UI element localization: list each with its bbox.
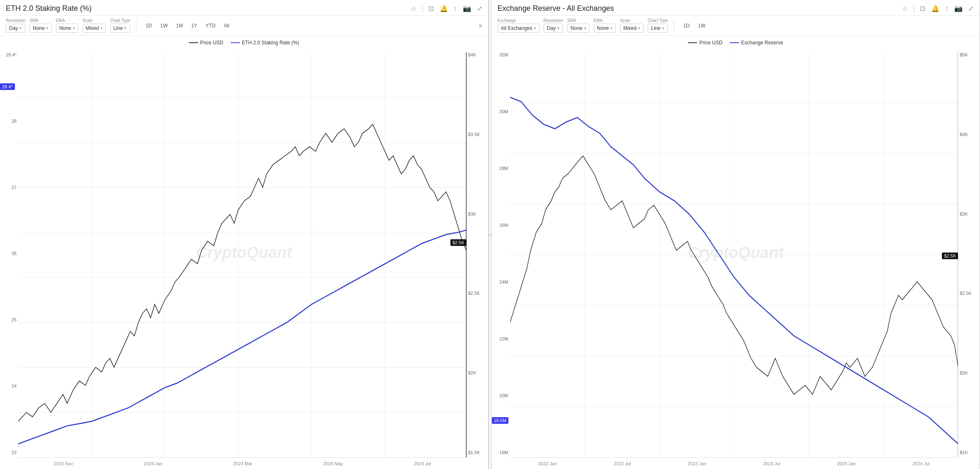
scale-label: Scale [620,18,644,23]
legend-item-price: Price USD [189,40,223,46]
y-label: $3K [468,211,486,216]
panel-separator: → [489,0,492,469]
exchange-group: Exchange All Exchanges ▾ [498,18,540,33]
ema-dropdown[interactable]: None ▾ [56,24,78,33]
y-label: 24M [494,279,508,284]
upload-icon[interactable]: ↑ [454,5,457,12]
x-label: 2024 Jul [414,461,431,466]
star-icon[interactable]: ☆ [411,5,416,12]
bell-icon[interactable]: 🔔 [440,5,448,12]
ema-group: EMA None ▾ [56,18,78,33]
y-label: $5K [960,52,977,57]
chevron-down-icon: ▾ [557,26,559,30]
chart-type-dropdown[interactable]: Line ▾ [110,24,131,33]
legend-line-blue [231,42,240,43]
y-label: 25 [2,317,17,322]
expand-icon[interactable]: ⤢ [968,5,974,12]
left-chart-title: ETH 2.0 Staking Rate (%) [6,4,406,13]
sma-label: SMA [567,18,590,23]
right-price-badge: $2.5K [942,253,958,259]
x-label: 2024 Jan [144,461,162,466]
chart-type-group: Chart Type Line ▾ [648,18,668,33]
toolbar-separator [674,20,674,32]
y-label: $1.5K [468,450,486,455]
resolution-group: Resolution Day ▾ [6,18,25,33]
legend-line-black [688,42,697,43]
legend-item-reserve: Exchange Reserve [730,40,783,46]
x-label: 2023 Jan [687,461,706,466]
time-btn-1w[interactable]: 1W [157,22,171,30]
exchange-dropdown[interactable]: All Exchanges ▾ [498,24,540,33]
left-chart-svg [18,52,467,457]
legend-label-price: Price USD [699,40,723,46]
x-label: 2023 Nov [53,461,73,466]
right-toolbar: Exchange All Exchanges ▾ Resolution Day … [492,16,980,36]
left-toolbar: Resolution Day ▾ SMA None ▾ EMA None ▾ S… [0,16,488,36]
bell-icon[interactable]: 🔔 [931,5,939,12]
chart-type-label: Chart Type [648,18,668,23]
ema-group: EMA None ▾ [594,18,616,33]
expand-icon[interactable]: ⤢ [477,5,482,12]
sma-group: SMA None ▾ [29,18,52,33]
sma-group: SMA None ▾ [567,18,590,33]
time-btn-1d[interactable]: 1D [680,22,693,30]
toolbar-expand-icon[interactable]: ≡ [479,22,482,29]
x-label: 2024 May [323,461,343,466]
chart-type-label: Chart Type [110,18,131,23]
scale-dropdown[interactable]: Mixed ▾ [620,24,644,33]
y-label: 22M [494,336,508,341]
y-label: $4K [960,132,977,137]
legend-item-price: Price USD [688,40,723,46]
exchange-label: Exchange [498,18,540,23]
left-time-buttons: 1D 1W 1M 1Y YTD All [142,22,232,30]
right-panel-header: Exchange Reserve - All Exchanges ☆ ⊡ 🔔 ↑… [492,0,980,16]
right-current-label: 18.5M [492,417,509,424]
time-btn-1d[interactable]: 1D [142,22,155,30]
time-btn-1w[interactable]: 1W [694,22,709,30]
folder-icon[interactable]: ⊡ [920,5,925,12]
right-chart-panel: Exchange Reserve - All Exchanges ☆ ⊡ 🔔 ↑… [492,0,980,469]
time-btn-all[interactable]: All [220,22,232,30]
x-label: 2023 Jul [763,461,780,466]
scale-group: Scale Mixed ▾ [620,18,644,33]
right-chart-area: CryptoQuant Price USD Exchange Reserve 3… [492,36,980,469]
right-time-buttons: 1D 1W [680,22,709,30]
x-label: 2024 Jan [837,461,856,466]
chevron-down-icon: ▾ [46,26,48,30]
camera-icon[interactable]: 📷 [954,5,963,12]
y-label: $2.5K [960,291,977,296]
chevron-down-icon: ▾ [534,26,536,30]
time-btn-1m[interactable]: 1M [173,22,186,30]
y-label: $2K [468,370,486,375]
time-btn-1y[interactable]: 1Y [188,22,201,30]
left-header-icons: ☆ ⊡ 🔔 ↑ 📷 ⤢ [411,5,482,13]
toolbar-separator [136,20,136,32]
resolution-dropdown[interactable]: Day ▾ [544,24,563,33]
upload-icon[interactable]: ↑ [945,5,949,12]
resolution-dropdown[interactable]: Day ▾ [6,24,25,33]
y-label: 28 [2,119,17,124]
left-panel-header: ETH 2.0 Staking Rate (%) ☆ ⊡ 🔔 ↑ 📷 ⤢ [0,0,488,16]
legend-label-staking: ETH 2.0 Staking Rate (%) [242,40,299,46]
y-label: 26M [494,223,508,228]
scale-dropdown[interactable]: Mixed ▾ [82,24,106,33]
chevron-down-icon: ▾ [662,26,664,30]
ema-dropdown[interactable]: None ▾ [594,24,616,33]
sma-dropdown[interactable]: None ▾ [29,24,52,33]
time-btn-ytd[interactable]: YTD [202,22,219,30]
chevron-down-icon: ▾ [584,26,586,30]
left-y-axis-left: 28.4* 28 27 26 25 24 23 [0,36,18,457]
sma-dropdown[interactable]: None ▾ [567,24,590,33]
y-label: 23 [2,450,17,455]
star-icon[interactable]: ☆ [902,5,908,12]
y-label: $1K [960,450,977,455]
y-label: 26 [2,251,17,256]
chart-type-group: Chart Type Line ▾ [110,18,131,33]
divider [422,5,423,13]
right-y-axis-right: $5K $4K $3K $2.5K $2K $1K [958,36,980,457]
camera-icon[interactable]: 📷 [463,5,471,12]
folder-icon[interactable]: ⊡ [428,5,434,12]
legend-label-price: Price USD [200,40,223,46]
chart-type-dropdown[interactable]: Line ▾ [648,24,668,33]
chevron-down-icon: ▾ [124,26,126,30]
